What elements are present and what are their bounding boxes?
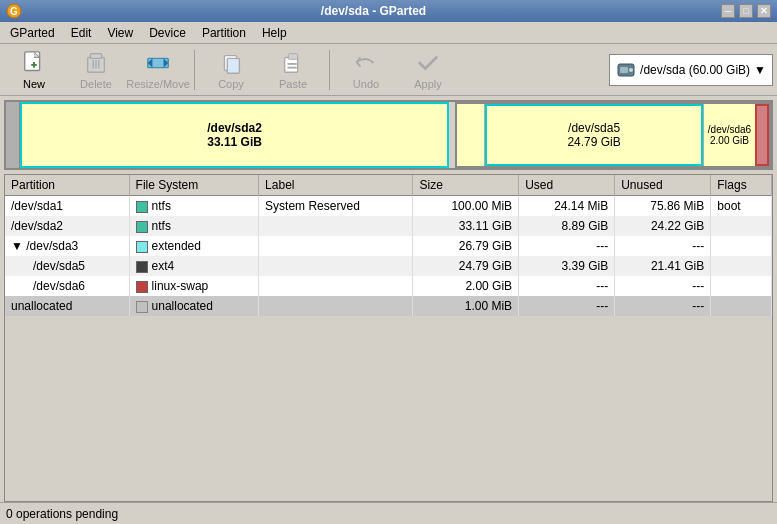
cell-size: 26.79 GiB bbox=[413, 236, 519, 256]
table-row[interactable]: ▼ /dev/sda3extended26.79 GiB------ bbox=[5, 236, 772, 256]
col-header-label: Label bbox=[259, 175, 413, 196]
table-row[interactable]: /dev/sda1ntfsSystem Reserved100.00 MiB24… bbox=[5, 196, 772, 217]
close-button[interactable]: ✕ bbox=[757, 4, 771, 18]
sda5-visual-label: /dev/sda5 bbox=[568, 121, 620, 135]
menu-view[interactable]: View bbox=[101, 24, 139, 42]
cell-partition: unallocated bbox=[5, 296, 129, 316]
cell-size: 1.00 MiB bbox=[413, 296, 519, 316]
cell-label bbox=[259, 216, 413, 236]
partition-table-body: /dev/sda1ntfsSystem Reserved100.00 MiB24… bbox=[5, 196, 772, 317]
paste-icon bbox=[279, 50, 307, 76]
device-label: /dev/sda (60.00 GiB) bbox=[640, 63, 750, 77]
svg-rect-18 bbox=[287, 66, 296, 68]
menu-help[interactable]: Help bbox=[256, 24, 293, 42]
cell-filesystem: unallocated bbox=[129, 296, 259, 316]
cell-label bbox=[259, 296, 413, 316]
apply-icon bbox=[414, 50, 442, 76]
cell-label bbox=[259, 236, 413, 256]
undo-icon bbox=[352, 50, 380, 76]
col-header-flags: Flags bbox=[711, 175, 772, 196]
svg-rect-16 bbox=[288, 53, 297, 59]
cell-flags bbox=[711, 256, 772, 276]
cell-used: --- bbox=[519, 276, 615, 296]
col-header-size: Size bbox=[413, 175, 519, 196]
cell-flags bbox=[711, 276, 772, 296]
cell-label bbox=[259, 256, 413, 276]
table-row[interactable]: unallocatedunallocated1.00 MiB------ bbox=[5, 296, 772, 316]
svg-rect-20 bbox=[620, 67, 628, 73]
device-selector[interactable]: /dev/sda (60.00 GiB) ▼ bbox=[609, 54, 773, 86]
menubar: GParted Edit View Device Partition Help bbox=[0, 22, 777, 44]
partition-visual-sda2[interactable]: /dev/sda2 33.11 GiB bbox=[20, 102, 449, 168]
cell-partition: ▼ /dev/sda3 bbox=[5, 236, 129, 256]
undo-button[interactable]: Undo bbox=[336, 47, 396, 93]
partition-visual-sda5[interactable]: /dev/sda5 24.79 GiB bbox=[485, 104, 703, 166]
menu-device[interactable]: Device bbox=[143, 24, 192, 42]
sda3-inner-unalloc bbox=[457, 104, 485, 166]
cell-flags bbox=[711, 236, 772, 256]
menu-partition[interactable]: Partition bbox=[196, 24, 252, 42]
col-header-unused: Unused bbox=[615, 175, 711, 196]
cell-used: 3.39 GiB bbox=[519, 256, 615, 276]
cell-filesystem: ext4 bbox=[129, 256, 259, 276]
cell-used: 24.14 MiB bbox=[519, 196, 615, 217]
main-content: /dev/sda2 33.11 GiB /dev/sda5 24.79 GiB … bbox=[0, 96, 777, 502]
titlebar: G /dev/sda - GParted ─ □ ✕ bbox=[0, 0, 777, 22]
gparted-icon: G bbox=[6, 3, 22, 19]
minimize-button[interactable]: ─ bbox=[721, 4, 735, 18]
delete-button[interactable]: Delete bbox=[66, 47, 126, 93]
copy-icon bbox=[217, 50, 245, 76]
toolbar-sep-2 bbox=[329, 50, 330, 90]
cell-filesystem: ntfs bbox=[129, 216, 259, 236]
cell-unused: --- bbox=[615, 276, 711, 296]
partition-visual-sda3: /dev/sda5 24.79 GiB /dev/sda6 2.00 GiB bbox=[455, 102, 771, 168]
statusbar: 0 operations pending bbox=[0, 502, 777, 524]
cell-unused: --- bbox=[615, 296, 711, 316]
menu-gparted[interactable]: GParted bbox=[4, 24, 61, 42]
cell-filesystem: linux-swap bbox=[129, 276, 259, 296]
cell-label: System Reserved bbox=[259, 196, 413, 217]
apply-button[interactable]: Apply bbox=[398, 47, 458, 93]
cell-filesystem: extended bbox=[129, 236, 259, 256]
resize-move-button[interactable]: Resize/Move bbox=[128, 47, 188, 93]
cell-flags bbox=[711, 296, 772, 316]
cell-flags: boot bbox=[711, 196, 772, 217]
titlebar-left: G bbox=[6, 3, 26, 19]
cell-unused: 21.41 GiB bbox=[615, 256, 711, 276]
sda2-visual-label: /dev/sda2 bbox=[207, 121, 262, 135]
col-header-filesystem: File System bbox=[129, 175, 259, 196]
paste-button[interactable]: Paste bbox=[263, 47, 323, 93]
maximize-button[interactable]: □ bbox=[739, 4, 753, 18]
cell-flags bbox=[711, 216, 772, 236]
partition-table-container: Partition File System Label Size Used Un… bbox=[4, 174, 773, 502]
svg-text:G: G bbox=[10, 6, 18, 17]
sda2-visual-size: 33.11 GiB bbox=[207, 135, 262, 149]
svg-rect-6 bbox=[90, 53, 101, 58]
table-row[interactable]: /dev/sda6linux-swap2.00 GiB------ bbox=[5, 276, 772, 296]
delete-icon bbox=[82, 50, 110, 76]
table-row[interactable]: /dev/sda2ntfs33.11 GiB8.89 GiB24.22 GiB bbox=[5, 216, 772, 236]
menu-edit[interactable]: Edit bbox=[65, 24, 98, 42]
new-icon bbox=[20, 50, 48, 76]
unalloc-left bbox=[6, 102, 20, 168]
cell-partition: /dev/sda1 bbox=[5, 196, 129, 217]
new-button[interactable]: New bbox=[4, 47, 64, 93]
status-text: 0 operations pending bbox=[6, 507, 118, 521]
col-header-partition: Partition bbox=[5, 175, 129, 196]
cell-partition: /dev/sda5 bbox=[5, 256, 129, 276]
copy-button[interactable]: Copy bbox=[201, 47, 261, 93]
svg-rect-14 bbox=[227, 58, 239, 73]
cell-size: 100.00 MiB bbox=[413, 196, 519, 217]
sda5-visual-size: 24.79 GiB bbox=[567, 135, 620, 149]
toolbar-sep-1 bbox=[194, 50, 195, 90]
partition-visual-sda6: /dev/sda6 2.00 GiB bbox=[703, 104, 755, 166]
col-header-used: Used bbox=[519, 175, 615, 196]
cell-used: 8.89 GiB bbox=[519, 216, 615, 236]
cell-unused: --- bbox=[615, 236, 711, 256]
device-dropdown-arrow: ▼ bbox=[754, 63, 766, 77]
svg-rect-17 bbox=[287, 63, 296, 65]
resize-icon bbox=[144, 50, 172, 76]
cell-used: --- bbox=[519, 296, 615, 316]
table-header-row: Partition File System Label Size Used Un… bbox=[5, 175, 772, 196]
table-row[interactable]: /dev/sda5ext424.79 GiB3.39 GiB21.41 GiB bbox=[5, 256, 772, 276]
